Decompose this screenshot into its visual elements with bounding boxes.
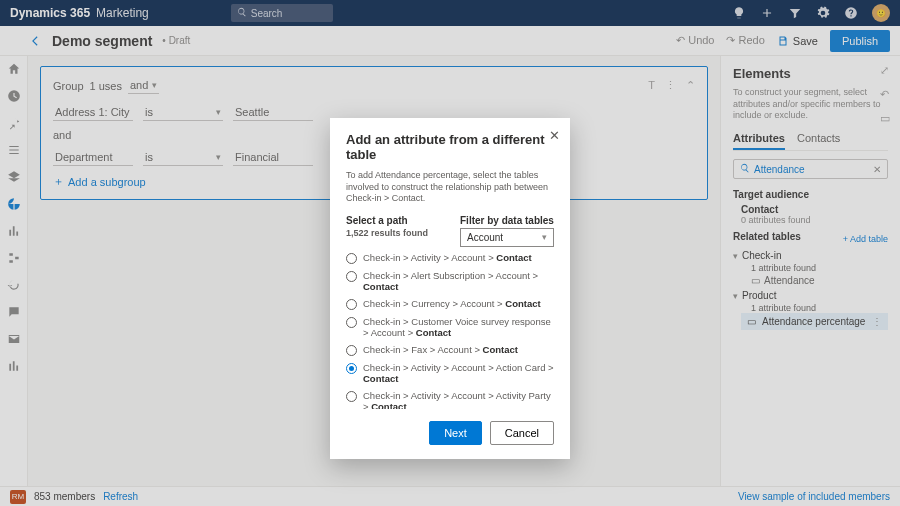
radio-icon	[346, 299, 357, 310]
dialog-hint: To add Attendance percentage, select the…	[346, 170, 554, 205]
path-option[interactable]: Check-in > Alert Subscription > Account …	[346, 267, 554, 295]
path-text: Check-in > Fax > Account > Contact	[363, 344, 518, 355]
radio-icon	[346, 345, 357, 356]
path-text: Check-in > Activity > Account > Action C…	[363, 362, 554, 384]
path-option[interactable]: Check-in > Customer Voice survey respons…	[346, 313, 554, 341]
radio-icon	[346, 253, 357, 264]
path-option[interactable]: Check-in > Activity > Account > Action C…	[346, 359, 554, 387]
path-text: Check-in > Activity > Account > Contact	[363, 252, 532, 263]
path-text: Check-in > Activity > Account > Activity…	[363, 390, 554, 409]
path-option[interactable]: Check-in > Fax > Account > Contact	[346, 341, 554, 359]
radio-icon	[346, 317, 357, 328]
path-list: Check-in > Activity > Account > ContactC…	[346, 249, 554, 409]
dialog-title: Add an attribute from a different table	[346, 132, 554, 162]
filter-label: Filter by data tables	[460, 215, 554, 226]
select-path-label: Select a path	[346, 215, 440, 226]
radio-icon	[346, 271, 357, 282]
add-attribute-dialog: ✕ Add an attribute from a different tabl…	[330, 118, 570, 459]
path-text: Check-in > Currency > Account > Contact	[363, 298, 541, 309]
next-button[interactable]: Next	[429, 421, 482, 445]
results-count: 1,522 results found	[346, 228, 440, 238]
cancel-button[interactable]: Cancel	[490, 421, 554, 445]
path-text: Check-in > Alert Subscription > Account …	[363, 270, 554, 292]
radio-icon	[346, 391, 357, 402]
close-icon[interactable]: ✕	[549, 128, 560, 143]
path-option[interactable]: Check-in > Activity > Account > Contact	[346, 249, 554, 267]
path-option[interactable]: Check-in > Currency > Account > Contact	[346, 295, 554, 313]
radio-icon	[346, 363, 357, 374]
path-text: Check-in > Customer Voice survey respons…	[363, 316, 554, 338]
path-option[interactable]: Check-in > Activity > Account > Activity…	[346, 387, 554, 409]
filter-dropdown[interactable]: Account▾	[460, 228, 554, 247]
